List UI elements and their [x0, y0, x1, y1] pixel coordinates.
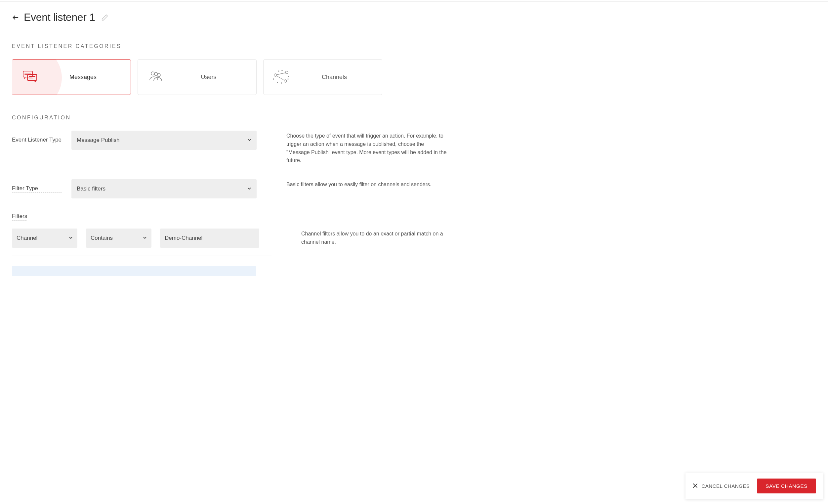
svg-point-11	[285, 71, 288, 74]
svg-rect-2	[28, 74, 37, 80]
category-card-users[interactable]: Users	[137, 59, 257, 95]
category-card-messages[interactable]: Messages	[12, 59, 131, 95]
back-button[interactable]	[12, 14, 19, 21]
page-title: Event listener 1	[24, 11, 95, 24]
channels-icon	[270, 70, 293, 84]
svg-line-14	[277, 76, 284, 80]
svg-point-15	[279, 71, 279, 72]
config-row-filter-type: Filter Type Basic filters Basic filters …	[12, 179, 451, 199]
svg-point-16	[282, 70, 282, 71]
svg-point-12	[284, 80, 287, 82]
svg-point-21	[273, 79, 274, 79]
header-row: Event listener 1	[12, 11, 451, 24]
divider	[12, 256, 272, 256]
filter-type-value: Basic filters	[77, 185, 106, 192]
filter-operator-select[interactable]: Contains	[86, 228, 152, 248]
chevron-down-icon	[247, 138, 251, 143]
filters-section: Filters Channel Contains Demo-Channel	[12, 213, 451, 256]
filter-type-label: Filter Type	[12, 185, 61, 193]
page: Event listener 1 EVENT LISTENER CATEGORI…	[0, 0, 463, 276]
svg-point-17	[288, 76, 289, 77]
category-label: Channels	[293, 74, 376, 81]
filters-help: Channel filters allow you to do an exact…	[301, 228, 451, 246]
pencil-icon	[101, 14, 109, 21]
category-label: Users	[167, 74, 250, 81]
category-label: Messages	[41, 74, 125, 81]
arrow-left-icon	[12, 14, 19, 21]
svg-line-13	[277, 73, 285, 75]
event-type-value: Message Publish	[77, 137, 119, 143]
filter-type-select[interactable]: Basic filters	[72, 179, 257, 199]
svg-point-10	[274, 74, 277, 76]
event-type-select[interactable]: Message Publish	[72, 131, 257, 150]
edit-title-button[interactable]	[101, 14, 109, 21]
users-icon	[144, 70, 167, 84]
filter-type-help: Basic filters allow you to easily filter…	[286, 179, 448, 189]
filter-field-select[interactable]: Channel	[12, 228, 77, 248]
category-card-channels[interactable]: Channels	[263, 59, 382, 95]
svg-point-7	[151, 72, 155, 75]
chevron-down-icon	[69, 235, 73, 242]
filter-value-text: Demo-Channel	[165, 235, 202, 242]
configuration-heading: CONFIGURATION	[12, 115, 451, 121]
event-type-label: Event Listener Type	[12, 136, 61, 144]
filter-operator-value: Contains	[91, 235, 113, 242]
chevron-down-icon	[143, 235, 147, 242]
chevron-down-icon	[247, 186, 251, 192]
filter-value-input[interactable]: Demo-Channel	[160, 228, 259, 248]
actions-panel-peek	[12, 266, 256, 276]
filters-label: Filters	[12, 213, 27, 220]
event-type-help: Choose the type of event that will trigg…	[286, 131, 448, 165]
svg-point-19	[281, 83, 282, 83]
categories-heading: EVENT LISTENER CATEGORIES	[12, 43, 451, 49]
category-cards: Messages Users	[12, 59, 451, 95]
svg-point-18	[288, 79, 288, 79]
svg-point-20	[277, 82, 278, 83]
filter-field-value: Channel	[16, 235, 37, 242]
messages-icon	[18, 69, 41, 85]
config-row-event-type: Event Listener Type Message Publish Choo…	[12, 131, 451, 165]
